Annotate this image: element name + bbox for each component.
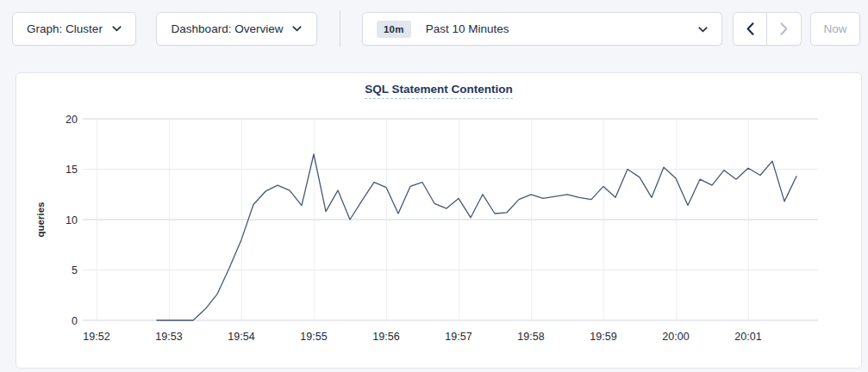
chevron-right-icon <box>780 22 788 35</box>
time-range-badge: 10m <box>377 21 411 38</box>
x-tick-label: 19:54 <box>228 331 254 343</box>
time-step-button-group <box>733 12 802 46</box>
time-prev-button[interactable] <box>734 13 767 45</box>
graph-dropdown-label: Graph: Cluster <box>27 22 103 35</box>
x-tick-label: 19:53 <box>155 331 182 343</box>
chart-title-row: SQL Statement Contention <box>16 83 861 99</box>
time-range-label: Past 10 Minutes <box>426 22 509 35</box>
sql-statement-contention-chart[interactable]: 19:5219:5319:5419:5519:5619:5719:5819:59… <box>16 73 863 369</box>
x-tick-label: 19:59 <box>590 331 616 343</box>
chart-card: SQL Statement Contention 19:5219:5319:54… <box>16 72 862 369</box>
chevron-down-icon <box>698 27 708 33</box>
y-tick-label: 5 <box>72 264 78 276</box>
chevron-down-icon <box>112 26 122 32</box>
chevron-down-icon <box>292 26 302 32</box>
chart-title[interactable]: SQL Statement Contention <box>365 83 513 99</box>
toolbar-divider <box>340 10 340 47</box>
y-axis-label: queries <box>35 202 46 238</box>
graph-dropdown[interactable]: Graph: Cluster <box>12 12 136 46</box>
y-tick-label: 15 <box>66 164 78 176</box>
x-tick-label: 19:55 <box>300 331 327 343</box>
queries-series-line <box>157 154 796 320</box>
y-tick-label: 20 <box>66 114 78 126</box>
dashboard-dropdown[interactable]: Dashboard: Overview <box>156 12 317 46</box>
x-tick-label: 20:00 <box>662 331 689 343</box>
x-tick-label: 19:52 <box>83 331 109 343</box>
y-tick-label: 10 <box>66 214 78 226</box>
x-tick-label: 19:58 <box>517 331 544 343</box>
chevron-left-icon <box>746 22 754 35</box>
x-tick-label: 19:56 <box>372 331 399 343</box>
now-button-label: Now <box>823 22 846 35</box>
x-tick-label: 19:57 <box>445 331 471 343</box>
dashboard-dropdown-label: Dashboard: Overview <box>172 22 284 35</box>
now-button[interactable]: Now <box>810 12 860 46</box>
y-tick-label: 0 <box>72 315 78 327</box>
time-next-button[interactable] <box>767 13 801 45</box>
metrics-toolbar: Graph: Cluster Dashboard: Overview 10m P… <box>0 0 868 60</box>
x-tick-label: 20:01 <box>734 331 761 343</box>
time-range-selector[interactable]: 10m Past 10 Minutes <box>362 12 722 46</box>
